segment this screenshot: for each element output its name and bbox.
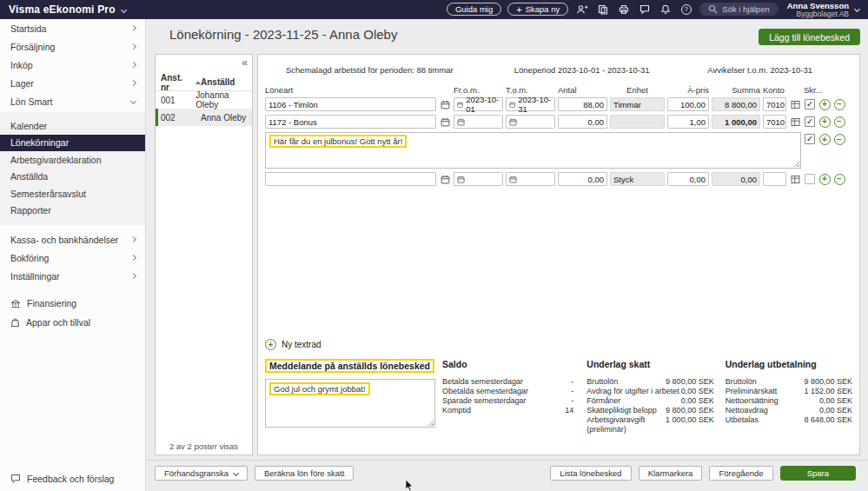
date-to-input[interactable]: 2023-10-31 [506, 97, 555, 111]
payout-row: Nettoavdrag0,00 SEK [726, 406, 852, 415]
new-text-row-button[interactable]: Ny textrad [265, 339, 321, 350]
date-to-input[interactable] [506, 115, 555, 129]
quantity-input[interactable]: 88,00 [558, 97, 607, 111]
remove-row-button[interactable] [834, 174, 845, 185]
help-search-input[interactable]: Sök i hjälpen [699, 3, 778, 16]
add-row-button[interactable] [819, 134, 831, 145]
resize-handle[interactable] [792, 160, 799, 167]
preview-button[interactable]: Förhandsgranska [155, 466, 248, 481]
sidebar-item-appar-och-tillval[interactable]: Appar och tillval [0, 313, 145, 332]
employee-row-selected[interactable]: 002 Anna Oleby [156, 109, 252, 126]
add-row-button[interactable] [819, 174, 831, 185]
sidebar-item-semesterarsavslut[interactable]: Semesterårsavslut [0, 185, 145, 202]
sidebar-item-lonekorningar[interactable]: Lönekörningar [0, 135, 145, 152]
app-logo[interactable]: Visma eEkonomi Pro [9, 3, 116, 16]
printer-icon[interactable] [616, 3, 631, 17]
print-checkbox[interactable] [805, 116, 815, 127]
top-bar: Visma eEkonomi Pro Guida mig Skapa ny Sö… [0, 0, 868, 19]
saldo-section: Saldo Betalda semesterdagar- Obetalda se… [442, 359, 573, 435]
quantity-input[interactable]: 0,00 [558, 115, 607, 129]
add-user-icon[interactable] [574, 3, 589, 17]
tax-row: Avdrag för utgifter i arbetet0,00 SEK [586, 387, 713, 396]
quantity-input[interactable]: 0,00 [558, 172, 607, 186]
main-content: Lönekörning - 2023-11-25 - Anna Oleby Lä… [146, 19, 868, 491]
plus-circle-icon [265, 339, 276, 350]
sidebar-item-finansiering[interactable]: Finansiering [0, 294, 145, 313]
highlighted-message: God jul och grymt jobbat! [269, 382, 370, 395]
account-lookup-icon[interactable] [789, 175, 801, 184]
employee-list-panel: Anst. nr Anställd 001 Johanna Oleby 002 … [155, 54, 253, 455]
sidebar-item-arbetsgivardeklaration[interactable]: Arbetsgivardeklaration [0, 151, 145, 169]
wage-type-input[interactable]: 1106 - Timlön [265, 97, 436, 111]
sidebar-item-lon-smart[interactable]: Lön Smart [0, 92, 145, 110]
date-from-input[interactable] [454, 115, 503, 129]
sidebar-item-installningar[interactable]: Inställningar [0, 267, 145, 285]
feedback-bubble-icon [10, 474, 21, 484]
wage-type-input[interactable] [265, 172, 436, 186]
mark-done-button[interactable]: Klarmarkera [639, 466, 703, 481]
remove-row-button[interactable] [834, 116, 845, 128]
guide-me-button[interactable]: Guida mig [447, 3, 501, 16]
sidebar-item-inkop[interactable]: Inköp [0, 56, 145, 74]
print-checkbox[interactable] [805, 134, 815, 144]
unit-price-input[interactable]: 100,00 [667, 97, 709, 111]
sidebar-item-forsaljning[interactable]: Försäljning [0, 37, 145, 56]
save-button[interactable]: Spara [780, 466, 856, 481]
help-icon[interactable] [679, 3, 693, 17]
shopping-bag-icon [10, 317, 20, 328]
calendar-icon[interactable] [439, 100, 451, 109]
remove-row-button[interactable] [834, 134, 845, 145]
add-payslip-button[interactable]: Lägg till lönebesked [759, 29, 860, 45]
sidebar-item-startsida[interactable]: Startsida [0, 19, 145, 37]
date-from-input[interactable] [454, 172, 503, 186]
print-checkbox[interactable] [805, 99, 815, 109]
account-input[interactable]: 7010 [763, 97, 786, 111]
calendar-icon[interactable] [439, 175, 451, 184]
wage-row: 1172 - Bonus 0,00 1,00 1 000,00 7010 [265, 115, 852, 129]
sort-by-number[interactable]: Anst. nr [161, 73, 201, 92]
unit-field: Styck [610, 172, 665, 186]
unit-price-input[interactable]: 0,00 [667, 172, 709, 186]
resize-handle[interactable] [427, 419, 434, 426]
chevron-right-icon [130, 25, 136, 31]
collapse-panel-icon[interactable] [242, 57, 248, 68]
pay-period: Löneperiod 2023-10-01 - 2023-10-31 [514, 65, 650, 75]
sidebar-item-lager[interactable]: Lager [0, 74, 145, 92]
chat-icon[interactable] [637, 3, 652, 17]
payout-row: Bruttolön9 800,00 SEK [726, 377, 852, 387]
unit-price-input[interactable]: 1,00 [667, 115, 709, 129]
wage-type-input[interactable]: 1172 - Bonus [265, 115, 436, 129]
notifications-bell-icon[interactable] [658, 3, 673, 17]
payslip-message-textarea[interactable]: God jul och grymt jobbat! [265, 379, 435, 428]
sidebar-item-kassa-bank[interactable]: Kassa- och bankhändelser [0, 230, 145, 249]
plus-icon [516, 4, 521, 15]
calendar-icon[interactable] [439, 117, 451, 127]
search-icon [708, 4, 718, 14]
wage-row-empty: 0,00 Styck 0,00 0,00 [265, 172, 852, 186]
sidebar-item-kalender[interactable]: Kalender [0, 117, 145, 135]
sidebar-item-bokforing[interactable]: Bokföring [0, 249, 145, 267]
remove-row-button[interactable] [834, 99, 845, 110]
user-menu[interactable]: Anna Svensson Byggbolaget AB [787, 2, 859, 18]
list-payslips-button[interactable]: Lista lönebesked [550, 466, 631, 481]
deviation-period: Avvikelser t.o.m. 2023-10-31 [707, 65, 812, 75]
documents-icon[interactable] [595, 3, 610, 17]
employee-row[interactable]: 001 Johanna Oleby [156, 91, 252, 109]
print-checkbox[interactable] [805, 174, 815, 184]
tax-row: Bruttolön9 800,00 SEK [586, 377, 713, 387]
feedback-button[interactable]: Feedback och förslag [0, 470, 145, 488]
account-input[interactable] [763, 172, 786, 186]
account-input[interactable]: 7010 [763, 115, 786, 129]
account-lookup-icon[interactable] [789, 100, 801, 109]
date-from-input[interactable]: 2023-10-01 [454, 97, 503, 111]
add-row-button[interactable] [819, 99, 831, 110]
sidebar-item-rapporter[interactable]: Rapporter [0, 202, 145, 220]
create-new-button[interactable]: Skapa ny [507, 3, 568, 16]
account-lookup-icon[interactable] [789, 117, 801, 127]
calc-before-tax-button[interactable]: Beräkna lön före skatt [255, 466, 354, 481]
bonus-note-textarea[interactable]: Här får du en julbonus! Gott nytt år! [265, 132, 801, 169]
date-to-input[interactable] [506, 172, 555, 186]
sidebar-item-anstallda[interactable]: Anställda [0, 169, 145, 186]
add-row-button[interactable] [819, 116, 831, 128]
previous-button[interactable]: Föregående [709, 466, 772, 481]
